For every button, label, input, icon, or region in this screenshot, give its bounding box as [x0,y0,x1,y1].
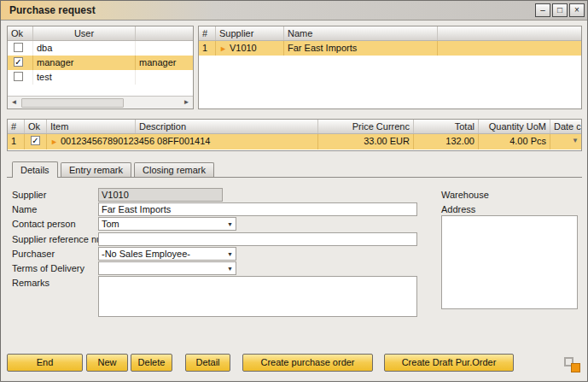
minimize-button[interactable]: – [535,3,550,17]
purchaser-select[interactable]: -No Sales Employee- ▼ [98,247,236,261]
chevron-down-icon[interactable]: ▼ [227,251,233,257]
users-grid-header: Ok User [8,26,193,41]
scroll-left-icon[interactable]: ◄ [8,97,20,108]
user-ok-checkbox[interactable]: ✓ [14,57,23,67]
user-name-cell: dba [33,41,136,56]
link-arrow-icon[interactable]: ► [50,138,58,146]
supplier-field[interactable] [98,188,223,202]
window-controls: – □ × [535,3,585,17]
contact-person-select[interactable]: Tom ▼ [98,217,236,231]
tab-closing-remark[interactable]: Closing remark [134,162,214,177]
window-title: Purchase request [9,4,96,16]
new-button[interactable]: New [86,354,128,372]
address-label: Address [441,204,475,214]
scroll-right-icon[interactable]: ► [180,97,193,108]
user-extra-cell [136,41,193,56]
maximize-button[interactable]: □ [552,3,568,17]
supplier-reference-label: Supplier reference nu [12,234,102,244]
user-ok-checkbox[interactable] [14,43,23,52]
items-col-total[interactable]: Total [414,120,479,133]
item-row[interactable]: 1 ✓ ►001234567890123456 08FF001414 33.00… [8,134,581,150]
users-horizontal-scrollbar[interactable]: ◄ ► [8,96,193,108]
supplier-code: V1010 [230,43,257,53]
items-col-item[interactable]: Item [47,120,136,133]
remarks-textarea[interactable] [98,276,417,317]
tab-entry-remark[interactable]: Entry remark [61,162,131,177]
purchase-request-window: Purchase request – □ × Ok User dba ✓ man… [0,0,588,382]
supplier-label: Supplier [12,190,46,200]
title-bar[interactable]: Purchase request – □ × [1,1,587,21]
user-row-test[interactable]: test [8,70,193,85]
suppliers-grid: # Supplier Name 1 ►V1010 Far East Import… [198,26,582,109]
users-col-user[interactable]: User [33,26,136,40]
supplier-code-cell: ►V1010 [216,41,284,56]
end-button[interactable]: End [7,354,83,372]
users-col-extra [136,26,193,40]
supplier-name-cell: Far East Imports [284,41,438,56]
items-grid-header: # Ok Item Description Price Currenc Tota… [8,120,581,134]
tab-details[interactable]: Details [12,161,58,178]
suppliers-col-number[interactable]: # [199,26,216,40]
name-label: Name [12,204,37,214]
suppliers-grid-header: # Supplier Name [199,26,581,41]
detail-button[interactable]: Detail [185,354,230,372]
name-field[interactable] [98,202,417,216]
warehouse-label: Warehouse [441,190,489,200]
user-row-dba[interactable]: dba [8,41,193,56]
close-button[interactable]: × [569,3,585,17]
resize-grip[interactable] [571,363,580,372]
terms-of-delivery-label: Terms of Delivery [12,263,84,273]
items-col-number[interactable]: # [8,120,25,133]
create-purchase-order-button[interactable]: Create purchase order [242,354,373,372]
address-box[interactable] [441,215,578,309]
items-grid: # Ok Item Description Price Currenc Tota… [7,119,582,151]
supplier-row[interactable]: 1 ►V1010 Far East Imports [199,41,581,56]
delete-button[interactable]: Delete [131,354,172,372]
suppliers-col-supplier[interactable]: Supplier [216,26,284,40]
items-col-price[interactable]: Price Currenc [318,120,414,133]
user-ok-checkbox[interactable] [14,72,23,81]
item-ok-checkbox[interactable]: ✓ [31,136,40,145]
item-price-cell: 33.00 EUR [318,134,414,150]
scrollbar-thumb[interactable] [21,98,124,108]
supplier-reference-field[interactable] [98,232,417,246]
items-col-description[interactable]: Description [136,120,318,133]
user-name-cell: manager [33,56,136,70]
suppliers-col-filler [438,26,581,40]
purchaser-label: Purchaser [12,249,55,259]
item-quantity-cell: 4.00 Pcs [479,134,550,150]
suppliers-col-name[interactable]: Name [284,26,438,40]
chevron-down-icon[interactable]: ▼ [227,221,233,227]
user-name-cell: test [33,70,136,85]
tab-strip-divider [7,177,582,178]
remarks-label: Remarks [12,278,49,288]
create-draft-purchase-order-button[interactable]: Create Draft Pur.Order [384,354,514,372]
scroll-down-icon[interactable]: ▼ [572,137,579,144]
item-total-cell: 132.00 [414,134,479,150]
terms-of-delivery-select[interactable]: ▼ [98,261,236,275]
supplier-row-number: 1 [199,41,216,56]
link-arrow-icon[interactable]: ► [219,44,227,53]
items-col-ok[interactable]: Ok [25,120,47,133]
users-col-ok[interactable]: Ok [8,26,33,40]
items-col-date[interactable]: Date c [550,120,581,133]
user-extra-cell: manager [136,56,193,70]
item-code: 001234567890123456 08FF001414 [61,136,211,146]
item-code-cell: ►001234567890123456 08FF001414 [47,134,318,150]
contact-person-value: Tom [102,219,119,229]
items-col-quantity[interactable]: Quantity UoM [479,120,550,133]
users-grid: Ok User dba ✓ manager manager test ◄ ► [7,26,194,109]
item-row-number: 1 [8,134,25,150]
chevron-down-icon[interactable]: ▼ [227,266,233,272]
contact-person-label: Contact person [12,219,76,229]
purchaser-value: -No Sales Employee- [102,249,190,259]
user-extra-cell [136,70,193,85]
user-row-manager[interactable]: ✓ manager manager [8,56,193,70]
